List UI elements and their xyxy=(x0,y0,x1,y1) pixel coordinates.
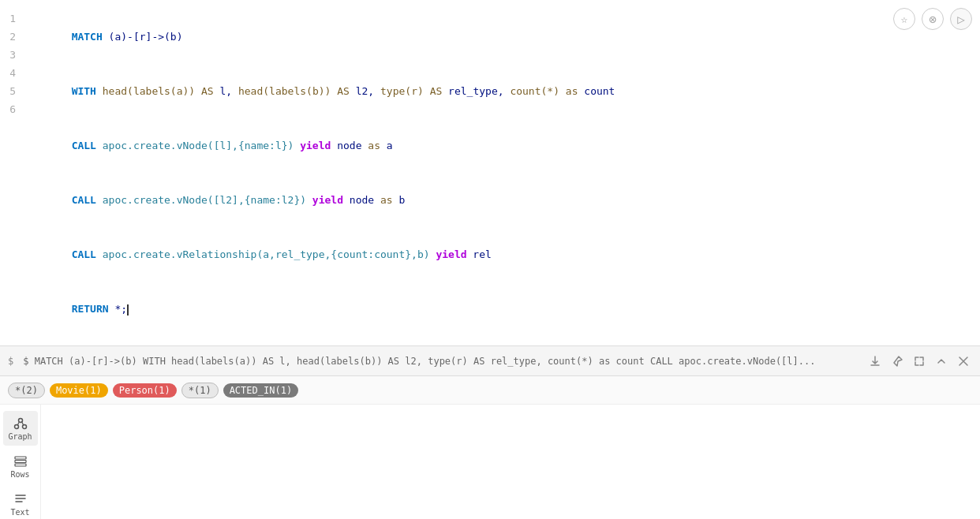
keyword-yield-1: yield xyxy=(294,140,331,151)
editor-panel: 1 2 3 4 5 6 MATCH (a)-[r]->(b) WITH head… xyxy=(0,0,980,346)
movie-badge[interactable]: Movie(1) xyxy=(50,383,108,398)
graph-area: ACTED_IN Person Movie xyxy=(41,405,980,519)
left-sidebar: Graph Rows Text xyxy=(0,405,41,519)
code-count-star: count(*) xyxy=(510,85,565,97)
keyword-as-5: as xyxy=(368,140,380,151)
code-return-star: *; xyxy=(109,303,127,315)
run-icon: ▷ xyxy=(957,12,965,27)
close-result-button[interactable] xyxy=(955,353,972,370)
code-match-pattern: (a)-[r]->(b) xyxy=(103,31,183,43)
keyword-as-3: AS xyxy=(430,85,443,97)
keyword-call-2: CALL xyxy=(72,194,96,206)
result-query-text: $ MATCH (a)-[r]->(b) WITH head(labels(a)… xyxy=(23,356,860,367)
rows-icon xyxy=(13,454,28,469)
result-header: $ $ MATCH (a)-[r]->(b) WITH head(labels(… xyxy=(0,346,980,376)
proc-vrelationship: apoc.create.vRelationship(a,rel_type,{co… xyxy=(96,248,430,260)
run-button[interactable]: ▷ xyxy=(950,8,972,30)
download-button[interactable] xyxy=(866,353,884,370)
result-body: Graph Rows Text xyxy=(0,405,980,519)
dollar-sign: $ xyxy=(8,356,13,367)
svg-rect-5 xyxy=(15,464,26,466)
var-count: count xyxy=(578,85,615,97)
acted-in-badge[interactable]: ACTED_IN(1) xyxy=(223,383,298,398)
keyword-as-6: as xyxy=(380,194,393,206)
graph-svg: ACTED_IN Person Movie xyxy=(41,405,980,519)
var-rel-type: rel_type, xyxy=(442,85,510,97)
star-button[interactable]: ☆ xyxy=(893,8,915,30)
code-head-labels-a: head(labels(a)) xyxy=(96,85,201,97)
var-node-1: node xyxy=(331,140,368,151)
keyword-as-2: AS xyxy=(337,85,350,97)
proc-vnode-1: apoc.create.vNode([l],{name:l}) xyxy=(96,140,294,151)
keyword-as-1: AS xyxy=(201,85,214,97)
code-head-labels-b: head(labels(b)) xyxy=(238,85,337,97)
keyword-yield-2: yield xyxy=(306,194,343,206)
text-view-button[interactable]: Text xyxy=(3,487,38,519)
pin-button[interactable] xyxy=(888,353,906,370)
code-line-5: CALL apoc.create.vRelationship(a,rel_typ… xyxy=(22,227,615,282)
graph-icon xyxy=(13,416,28,431)
text-icon xyxy=(13,492,28,506)
var-rel: rel xyxy=(467,248,492,260)
code-type-r: type(r) xyxy=(380,85,430,97)
var-b: b xyxy=(393,194,406,206)
proc-vnode-2: apoc.create.vNode([l2],{name:l2}) xyxy=(96,194,306,206)
rows-label: Rows xyxy=(10,470,29,479)
code-line-2: WITH head(labels(a)) AS l, head(labels(b… xyxy=(22,64,615,118)
keyword-yield-3: yield xyxy=(430,248,467,260)
result-header-icons xyxy=(866,353,972,370)
close-icon: ⊗ xyxy=(929,12,937,27)
code-line-3: CALL apoc.create.vNode([l],{name:l}) yie… xyxy=(22,118,615,173)
person-badge[interactable]: Person(1) xyxy=(113,383,177,398)
keyword-with: WITH xyxy=(72,85,96,97)
svg-rect-3 xyxy=(15,457,26,459)
var-l: l, xyxy=(214,85,238,97)
filter-bar: *(2) Movie(1) Person(1) *(1) ACTED_IN(1) xyxy=(0,376,980,405)
svg-rect-4 xyxy=(15,460,26,462)
keyword-call-3: CALL xyxy=(72,248,96,260)
code-line-6: RETURN *; xyxy=(22,282,615,336)
line-numbers: 1 2 3 4 5 6 xyxy=(6,9,22,118)
close-query-button[interactable]: ⊗ xyxy=(922,8,944,30)
expand-button[interactable] xyxy=(911,353,928,370)
keyword-match: MATCH xyxy=(72,31,103,43)
cursor xyxy=(127,304,129,316)
graph-view-button[interactable]: Graph xyxy=(3,411,38,446)
star-icon: ☆ xyxy=(901,13,907,25)
rows-view-button[interactable]: Rows xyxy=(3,449,38,484)
collapse-button[interactable] xyxy=(933,353,950,370)
editor-toolbar: ☆ ⊗ ▷ xyxy=(893,8,972,30)
keyword-call-1: CALL xyxy=(72,140,96,151)
var-node-2: node xyxy=(343,194,380,206)
graph-label: Graph xyxy=(8,432,32,441)
code-content: MATCH (a)-[r]->(b) WITH head(labels(a)) … xyxy=(22,9,615,336)
code-line-4: CALL apoc.create.vNode([l2],{name:l2}) y… xyxy=(22,173,615,227)
text-label: Text xyxy=(10,508,29,517)
rels-badge[interactable]: *(1) xyxy=(181,383,219,398)
code-line-1: MATCH (a)-[r]->(b) xyxy=(22,9,615,64)
nodes-badge[interactable]: *(2) xyxy=(8,383,45,398)
result-panel: $ $ MATCH (a)-[r]->(b) WITH head(labels(… xyxy=(0,346,980,519)
keyword-as-4: as xyxy=(566,85,578,97)
var-l2: l2, xyxy=(350,85,380,97)
keyword-return: RETURN xyxy=(72,303,109,315)
var-a: a xyxy=(380,140,393,151)
